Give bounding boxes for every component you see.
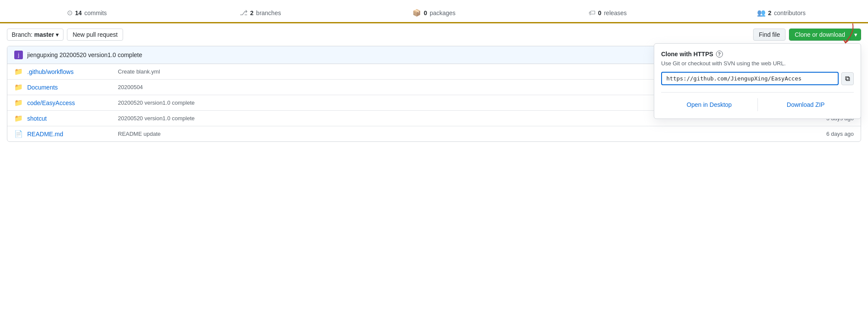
releases-stat[interactable]: 🏷 0 releases <box>521 4 694 22</box>
releases-label: releases <box>604 10 627 16</box>
commits-count: 14 <box>75 10 82 16</box>
help-icon[interactable]: ? <box>716 51 723 58</box>
contributors-count: 2 <box>768 10 772 16</box>
file-time: 6 days ago <box>815 131 854 137</box>
contributors-stat[interactable]: 👥 2 contributors <box>694 3 868 22</box>
commits-stat[interactable]: ⊙ 14 commits <box>0 3 174 22</box>
file-icon: 📄 <box>14 130 23 138</box>
find-file-button[interactable]: Find file <box>753 29 786 41</box>
toolbar: Branch: master ▾ New pull request Find f… <box>0 23 868 46</box>
clone-dropdown: Clone with HTTPS ? Use Git or checkout w… <box>654 43 861 119</box>
releases-icon: 🏷 <box>589 9 596 17</box>
file-name-link[interactable]: Documents <box>27 84 114 91</box>
branches-label: branches <box>256 10 281 16</box>
commit-user: jiengupxing <box>27 51 58 58</box>
branches-count: 2 <box>250 10 253 16</box>
file-name-link[interactable]: README.md <box>27 131 114 138</box>
clone-title-text: Clone with HTTPS <box>661 51 713 58</box>
open-in-desktop-button[interactable]: Open in Desktop <box>661 98 757 112</box>
folder-icon: 📁 <box>14 114 23 122</box>
commits-icon: ⊙ <box>67 9 73 17</box>
packages-icon: 📦 <box>412 9 421 17</box>
folder-icon: 📁 <box>14 67 23 76</box>
copy-icon: ⧉ <box>845 75 850 83</box>
folder-icon: 📁 <box>14 99 23 107</box>
file-name-link[interactable]: code/EasyAccess <box>27 99 114 106</box>
clone-url-input[interactable] <box>661 72 839 85</box>
packages-label: packages <box>430 10 456 16</box>
contributors-icon: 👥 <box>757 9 766 17</box>
folder-icon: 📁 <box>14 83 23 91</box>
file-commit-message: README update <box>118 131 811 137</box>
branch-caret-icon: ▾ <box>56 31 59 38</box>
clone-dropdown-subtitle: Use Git or checkout with SVN using the w… <box>661 60 854 67</box>
stats-bar: ⊙ 14 commits ⎇ 2 branches 📦 0 packages 🏷… <box>0 0 868 23</box>
file-name-link[interactable]: shotcut <box>27 115 114 122</box>
new-pull-request-button[interactable]: New pull request <box>67 29 123 41</box>
file-name-link[interactable]: .github/workflows <box>27 68 114 75</box>
releases-count: 0 <box>598 10 602 16</box>
arrow-annotation <box>835 22 856 44</box>
file-row: 📄 README.md README update 6 days ago <box>7 126 861 141</box>
contributors-label: contributors <box>774 10 805 16</box>
download-zip-button[interactable]: Download ZIP <box>758 98 854 112</box>
packages-stat[interactable]: 📦 0 packages <box>347 3 521 22</box>
commit-message: jiengupxing 20200520 version1.0 complete <box>27 51 142 58</box>
branch-name: master <box>34 31 54 38</box>
branch-selector[interactable]: Branch: master ▾ <box>7 29 63 41</box>
branches-icon: ⎇ <box>240 9 247 17</box>
commit-message-text: 20200520 version1.0 complete <box>60 51 142 58</box>
commit-avatar: j <box>14 51 23 59</box>
toolbar-right: Find file Clone or download ▾ Clone with… <box>753 29 861 41</box>
branch-label: Branch: <box>12 31 32 38</box>
toolbar-left: Branch: master ▾ New pull request <box>7 29 123 41</box>
copy-url-button[interactable]: ⧉ <box>841 72 854 85</box>
packages-count: 0 <box>424 10 427 16</box>
clone-dropdown-title: Clone with HTTPS ? <box>661 51 854 58</box>
clone-actions: Open in Desktop Download ZIP <box>661 92 854 112</box>
branches-stat[interactable]: ⎇ 2 branches <box>174 3 347 22</box>
commits-label: commits <box>84 10 107 16</box>
clone-url-row: ⧉ <box>661 72 854 85</box>
